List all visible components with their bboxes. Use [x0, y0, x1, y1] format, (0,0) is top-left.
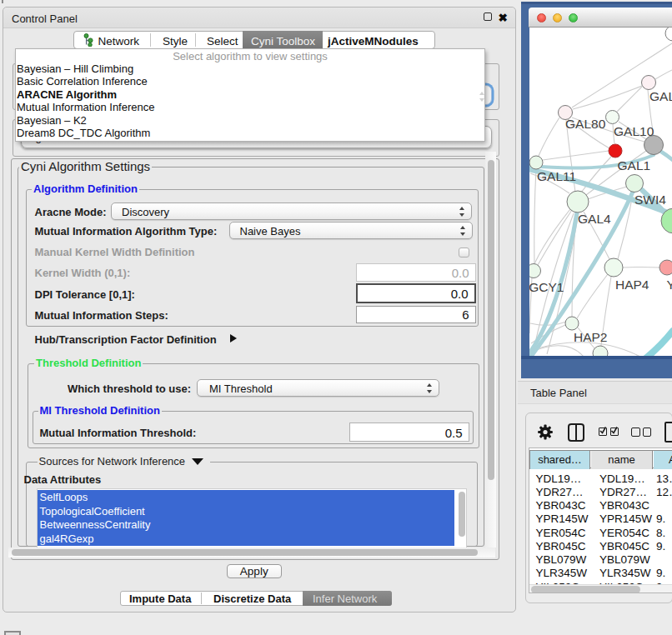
- svg-text:GAL2: GAL2: [649, 89, 672, 103]
- svg-text:HAP2: HAP2: [574, 330, 608, 344]
- svg-text:GAL80: GAL80: [565, 117, 606, 131]
- svg-text:GAL1: GAL1: [618, 158, 651, 172]
- svg-text:GAL11: GAL11: [537, 169, 576, 183]
- svg-text:HAP4: HAP4: [615, 278, 649, 292]
- svg-text:GAL10: GAL10: [614, 124, 654, 138]
- svg-text:SWI4: SWI4: [634, 192, 666, 207]
- svg-text:GAL4: GAL4: [578, 212, 611, 226]
- svg-text:YDR: YDR: [666, 278, 672, 292]
- svg-text:GCY1: GCY1: [529, 280, 564, 294]
